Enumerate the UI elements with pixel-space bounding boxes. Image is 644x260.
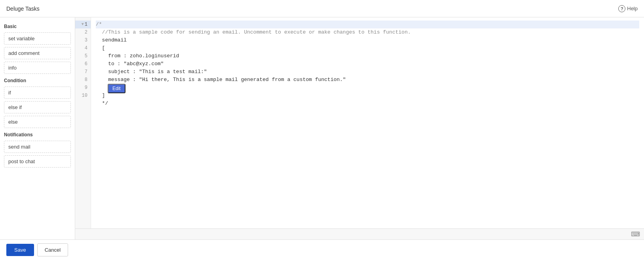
line-num-8: 8: [75, 76, 91, 84]
code-editor[interactable]: ▼1 2 3 4 5 6 7 8 9 10 /* //This is a sam…: [75, 17, 644, 228]
code-line-4: [: [96, 44, 639, 52]
top-bar: Deluge Tasks ? Help: [0, 0, 644, 17]
line-numbers: ▼1 2 3 4 5 6 7 8 9 10: [75, 17, 91, 228]
code-line-1: /*: [96, 21, 639, 28]
code-line-6: to : "abc@xyz.com": [96, 60, 639, 68]
line-num-3: 3: [75, 36, 91, 44]
line-num-5: 5: [75, 52, 91, 60]
condition-section: Condition if else if else: [4, 78, 71, 128]
editor-area: ▼1 2 3 4 5 6 7 8 9 10 /* //This is a sam…: [75, 17, 644, 239]
keyboard-icon: ⌨: [631, 230, 640, 238]
help-label: Help: [627, 6, 638, 11]
notifications-section: Notifications send mail post to chat: [4, 132, 71, 168]
status-bar: ⌨: [75, 228, 644, 239]
sidebar-else-if[interactable]: else if: [4, 101, 71, 113]
code-line-2: //This is a sample code for sending an e…: [96, 28, 639, 36]
line-num-6: 6: [75, 60, 91, 68]
footer: Save Cancel: [0, 239, 644, 260]
code-lines[interactable]: /* //This is a sample code for sending a…: [91, 17, 644, 228]
cancel-button[interactable]: Cancel: [37, 243, 68, 256]
notifications-section-label: Notifications: [4, 132, 71, 138]
line-num-4: 4: [75, 44, 91, 52]
basic-section: Basic set variable add comment info: [4, 24, 71, 74]
code-line-9: ]: [96, 92, 639, 100]
code-line-5: from : zoho.loginuserid: [96, 52, 639, 60]
sidebar: Basic set variable add comment info Cond…: [0, 17, 75, 239]
save-button[interactable]: Save: [6, 244, 34, 256]
sidebar-add-comment[interactable]: add comment: [4, 47, 71, 59]
edit-button[interactable]: Edit: [108, 84, 125, 93]
code-line-8: message : "Hi there, This is a sample ma…: [96, 76, 639, 84]
main-content: Basic set variable add comment info Cond…: [0, 17, 644, 239]
line-num-1: ▼1: [75, 21, 91, 28]
help-icon: ?: [618, 5, 625, 12]
sidebar-if[interactable]: if: [4, 87, 71, 99]
line-num-10: 10: [75, 92, 91, 100]
basic-section-label: Basic: [4, 24, 71, 29]
sidebar-send-mail[interactable]: send mail: [4, 141, 71, 153]
help-link[interactable]: ? Help: [618, 5, 638, 12]
line-num-7: 7: [75, 68, 91, 76]
sidebar-info[interactable]: info: [4, 62, 71, 74]
code-line-3: sendmail: [96, 36, 639, 44]
sidebar-else[interactable]: else: [4, 116, 71, 128]
line-num-9: 9: [75, 84, 91, 92]
code-line-7: subject : "This is a test mail:": [96, 68, 639, 76]
sidebar-post-to-chat[interactable]: post to chat: [4, 155, 71, 168]
app-title: Deluge Tasks: [6, 6, 40, 12]
code-line-10: */: [96, 100, 639, 107]
sidebar-set-variable[interactable]: set variable: [4, 32, 71, 45]
condition-section-label: Condition: [4, 78, 71, 83]
line-num-2: 2: [75, 28, 91, 36]
